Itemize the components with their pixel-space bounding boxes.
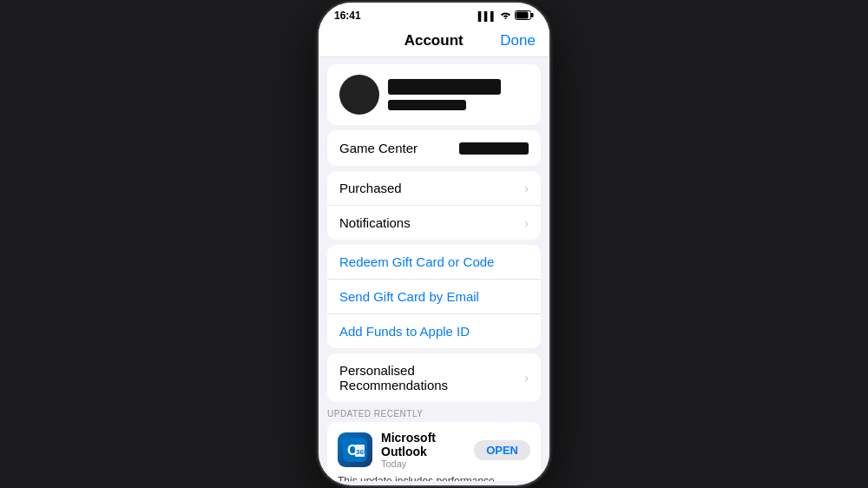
svg-rect-1 [531,13,534,17]
status-time: 16:41 [334,10,361,22]
add-funds-label: Add Funds to Apple ID [339,324,470,339]
status-bar: 16:41 ▌▌▌ [319,3,549,27]
status-icons: ▌▌▌ [478,10,534,22]
purchased-row[interactable]: Purchased › [327,171,541,206]
app-description: This update includes performance improve… [338,474,530,481]
done-button[interactable]: Done [500,32,536,49]
purchased-label: Purchased [339,181,402,195]
nav-title: Account [404,32,464,49]
personalised-label: Personalised Recommendations [339,363,524,392]
send-gift-card-row[interactable]: Send Gift Card by Email [327,280,541,314]
phone-frame: 16:41 ▌▌▌ Account Done [317,1,551,487]
outlook-icon: O 365 [338,432,372,467]
personalised-section: Personalised Recommendations › [327,353,541,402]
svg-text:365: 365 [356,448,367,456]
nav-bar: Account Done [319,27,549,57]
app-info: O 365 Microsoft Outlook Today [338,431,474,469]
svg-rect-2 [516,11,529,18]
app-update-header: O 365 Microsoft Outlook Today OPEN [338,431,530,469]
chevron-icon-2: › [524,216,529,230]
updated-recently-label: UPDATED RECENTLY [319,402,549,422]
chevron-icon-3: › [524,371,529,385]
app-date: Today [381,458,474,469]
scroll-content: Game Center Purchased › Notifications › … [319,57,549,481]
game-center-label: Game Center [339,141,418,155]
app-update-section: O 365 Microsoft Outlook Today OPEN This … [327,422,541,481]
add-funds-row[interactable]: Add Funds to Apple ID [327,314,541,348]
send-gift-card-label: Send Gift Card by Email [339,289,479,304]
redeem-gift-card-label: Redeem Gift Card or Code [339,254,494,269]
app-name: Microsoft Outlook [381,431,474,458]
personalised-row[interactable]: Personalised Recommendations › [327,353,541,402]
notifications-label: Notifications [339,215,411,230]
purchased-notifications-section: Purchased › Notifications › [327,171,541,240]
app-text-info: Microsoft Outlook Today [381,431,474,469]
gift-card-section: Redeem Gift Card or Code Send Gift Card … [327,245,541,348]
wifi-icon [500,10,511,21]
notifications-row[interactable]: Notifications › [327,206,541,240]
redeem-gift-card-row[interactable]: Redeem Gift Card or Code [327,245,541,280]
game-center-row[interactable]: Game Center [327,130,541,166]
signal-icon: ▌▌▌ [478,11,496,21]
chevron-icon: › [524,181,529,195]
open-button[interactable]: OPEN [474,440,530,460]
game-center-redacted [459,142,529,155]
battery-icon [515,10,534,22]
profile-section[interactable] [327,64,541,125]
